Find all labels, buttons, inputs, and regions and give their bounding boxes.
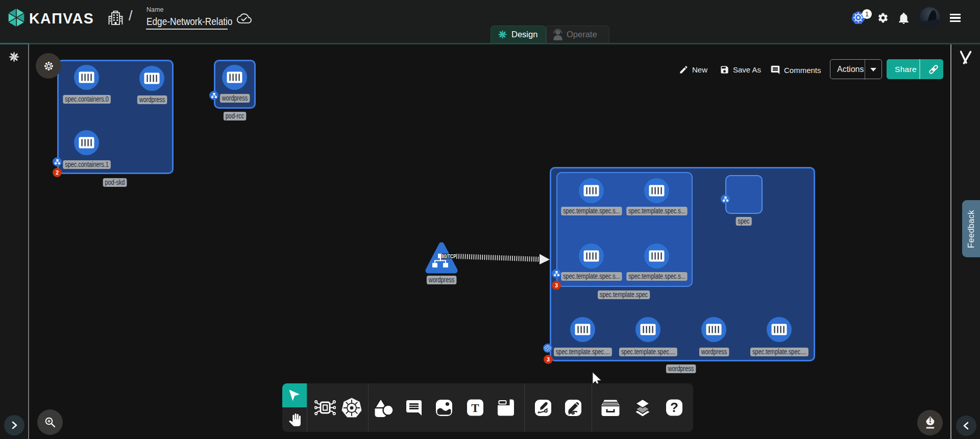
svg-text:?: ? xyxy=(670,400,678,415)
svg-text:T: T xyxy=(471,402,479,414)
